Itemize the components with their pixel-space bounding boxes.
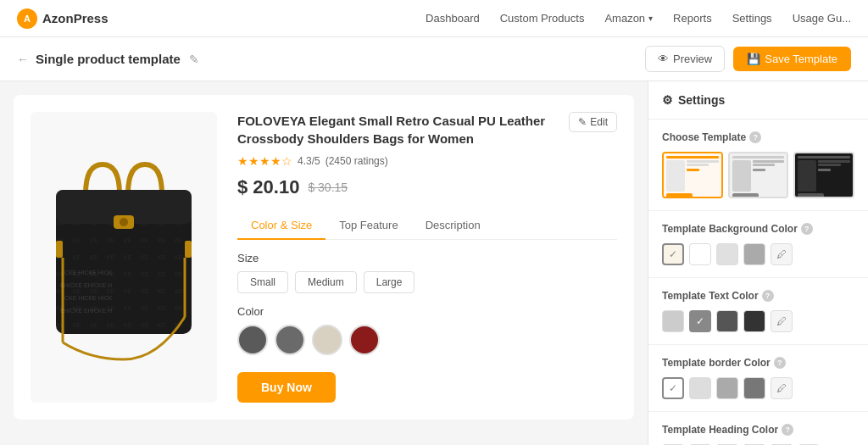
template-thumb-2[interactable] (728, 152, 789, 198)
nav-custom-products[interactable]: Custom Products (500, 12, 585, 25)
amazon-dropdown-icon: ▾ (648, 14, 653, 23)
edit-pencil-icon: ✎ (578, 116, 587, 128)
bg-color-eyedropper[interactable]: 🖊 (771, 243, 793, 265)
svg-text:CKE HICKE HICK: CKE HICKE HICK (64, 295, 113, 301)
eye-icon: 👁 (658, 53, 669, 65)
settings-header: ⚙ Settings (648, 81, 868, 120)
text-color-swatches: ✓ 🖊 (662, 310, 854, 332)
template-thumb-1[interactable] (662, 152, 723, 198)
rating-score: 4.3/5 (298, 155, 320, 167)
size-label: Size (237, 252, 617, 264)
star-rating: ★★★★☆ (237, 154, 292, 168)
product-image-svg: CKE HICKE HICK EHICKE EHICKE H CKE HICKE… (39, 147, 209, 368)
text-color-eyedropper[interactable]: 🖊 (771, 310, 793, 332)
bg-color-section: Template Background Color ? ✓ 🖊 (648, 211, 868, 278)
settings-sidebar: ⚙ Settings Choose Template ? (648, 81, 868, 445)
bg-swatch-selected[interactable]: ✓ (662, 243, 684, 265)
breadcrumb: ← Single product template ✎ (17, 51, 201, 68)
text-swatch-1[interactable] (662, 310, 684, 332)
main-layout: CKE HICKE HICK EHICKE EHICKE H CKE HICKE… (0, 81, 868, 445)
save-template-button[interactable]: 💾 Save Template (733, 47, 851, 71)
choose-template-info-icon[interactable]: ? (749, 131, 761, 143)
price-current: $ 20.10 (237, 176, 299, 198)
svg-text:EHICKE EHICKE H: EHICKE EHICKE H (60, 308, 112, 314)
edit-title-button[interactable]: ✎ (187, 51, 201, 68)
border-swatch-3[interactable] (716, 377, 738, 399)
template-thumb-3[interactable] (793, 152, 854, 198)
nav-reports[interactable]: Reports (673, 12, 712, 25)
size-medium[interactable]: Medium (295, 271, 357, 293)
svg-rect-5 (56, 241, 63, 258)
rating-row: ★★★★☆ 4.3/5 (2450 ratings) (237, 154, 617, 168)
product-card: CKE HICKE HICK EHICKE EHICKE H CKE HICKE… (14, 95, 634, 420)
settings-title: Settings (678, 93, 725, 107)
bg-swatch-gray[interactable] (743, 243, 765, 265)
bg-color-info-icon[interactable]: ? (801, 223, 813, 235)
heading-color-title: Template Heading Color ? (662, 424, 854, 436)
header-actions: 👁 Preview 💾 Save Template (645, 46, 851, 72)
bg-swatch-light-gray[interactable] (716, 243, 738, 265)
bg-color-title: Template Background Color ? (662, 223, 854, 235)
choose-template-section: Choose Template ? (648, 120, 868, 211)
tab-color-size[interactable]: Color & Size (237, 212, 326, 240)
template-grid (662, 152, 854, 198)
logo-text: AzonPress (42, 11, 108, 25)
back-arrow-icon[interactable]: ← (17, 53, 29, 66)
product-image: CKE HICKE HICK EHICKE EHICKE H CKE HICKE… (39, 147, 209, 368)
settings-gear-icon: ⚙ (662, 93, 673, 107)
top-nav: A AzonPress Dashboard Custom Products Am… (0, 0, 868, 37)
color-swatch-2[interactable] (275, 325, 305, 355)
text-swatch-selected[interactable]: ✓ (689, 310, 711, 332)
logo[interactable]: A AzonPress (17, 8, 108, 29)
nav-amazon[interactable]: Amazon ▾ (604, 12, 653, 25)
text-color-title: Template Text Color ? (662, 290, 854, 302)
border-color-section: Template border Color ? ✓ 🖊 (648, 345, 868, 412)
sub-header: ← Single product template ✎ 👁 Preview 💾 … (0, 37, 868, 81)
color-options (237, 325, 617, 355)
product-edit-button[interactable]: ✎ Edit (569, 112, 617, 132)
border-swatch-2[interactable] (689, 377, 711, 399)
nav-usage[interactable]: Usage Gu... (793, 12, 851, 25)
logo-icon: A (17, 8, 37, 29)
bg-color-swatches: ✓ 🖊 (662, 243, 854, 265)
color-swatch-3[interactable] (312, 325, 342, 355)
text-swatch-4[interactable] (743, 310, 765, 332)
svg-text:CKE HICKE HICK: CKE HICKE HICK (64, 270, 113, 275)
svg-text:EHICKE EHICKE H: EHICKE EHICKE H (60, 282, 112, 288)
product-title: FOLOVEYA Elegant Small Retro Casual PU L… (237, 112, 559, 147)
rating-count: (2450 ratings) (326, 155, 388, 167)
page-title: Single product template (36, 52, 181, 66)
bg-swatch-white[interactable] (689, 243, 711, 265)
product-image-wrap: CKE HICKE HICK EHICKE EHICKE H CKE HICKE… (31, 112, 217, 403)
text-swatch-3[interactable] (716, 310, 738, 332)
svg-point-4 (120, 218, 128, 226)
nav-dashboard[interactable]: Dashboard (426, 12, 480, 25)
preview-button[interactable]: 👁 Preview (645, 46, 725, 72)
size-options: Small Medium Large (237, 271, 617, 293)
heading-color-section: Template Heading Color ? 🖊 (648, 412, 868, 445)
heading-color-info-icon[interactable]: ? (782, 424, 793, 436)
size-large[interactable]: Large (364, 271, 415, 293)
buy-now-button[interactable]: Buy Now (237, 372, 336, 403)
nav-settings[interactable]: Settings (732, 12, 772, 25)
border-color-swatches: ✓ 🖊 (662, 377, 854, 399)
text-color-info-icon[interactable]: ? (762, 290, 774, 302)
text-color-section: Template Text Color ? ✓ 🖊 (648, 278, 868, 345)
product-tabs: Color & Size Top Feature Description (237, 212, 617, 240)
color-swatch-4[interactable] (349, 325, 380, 355)
nav-links: Dashboard Custom Products Amazon ▾ Repor… (426, 12, 851, 25)
border-swatch-selected[interactable]: ✓ (662, 377, 684, 399)
color-label: Color (237, 305, 617, 318)
preview-area: CKE HICKE HICK EHICKE EHICKE H CKE HICKE… (0, 81, 648, 445)
border-color-info-icon[interactable]: ? (774, 357, 786, 369)
color-swatch-1[interactable] (237, 325, 268, 355)
save-icon: 💾 (747, 53, 760, 65)
svg-rect-6 (185, 241, 192, 258)
border-color-eyedropper[interactable]: 🖊 (771, 377, 793, 399)
size-small[interactable]: Small (237, 271, 288, 293)
product-info: FOLOVEYA Elegant Small Retro Casual PU L… (237, 112, 617, 403)
choose-template-title: Choose Template ? (662, 131, 854, 143)
border-swatch-4[interactable] (743, 377, 765, 399)
tab-top-feature[interactable]: Top Feature (326, 212, 411, 240)
tab-description[interactable]: Description (412, 212, 494, 240)
